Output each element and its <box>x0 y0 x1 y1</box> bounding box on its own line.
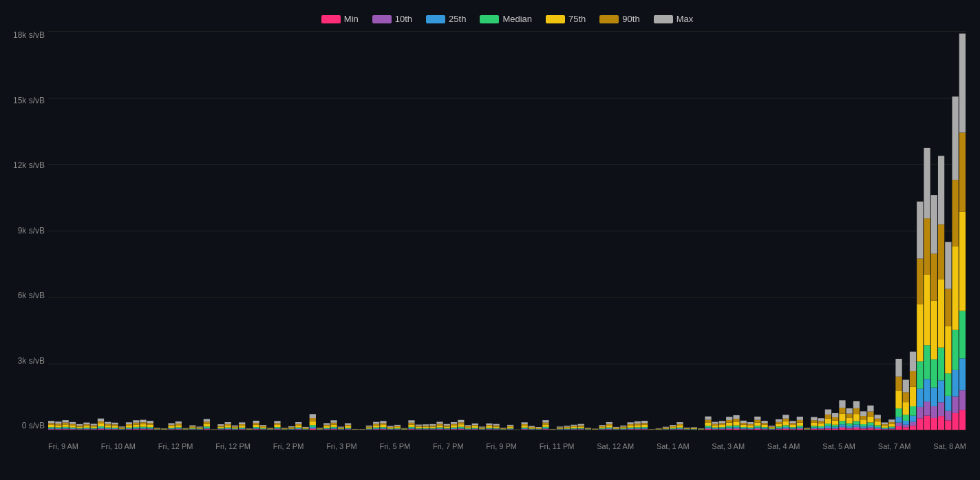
legend-item-25th: 25th <box>426 14 466 24</box>
bar-121-layer-0 <box>903 427 909 430</box>
bar-18-layer-6 <box>175 421 182 424</box>
bar-123-layer-6 <box>917 202 923 259</box>
bar-0-layer-1 <box>48 429 54 430</box>
bar-120-layer-3 <box>895 408 902 417</box>
bar-65-layer-2 <box>507 429 513 430</box>
bar-26-layer-2 <box>232 429 238 430</box>
bar-59-layer-4 <box>465 427 471 428</box>
bar-121-layer-5 <box>903 393 909 403</box>
bar-101-layer-5 <box>761 423 767 425</box>
bar-8-layer-6 <box>105 422 111 424</box>
bar-111-layer-5 <box>832 417 838 421</box>
bar-40-layer-6 <box>330 420 337 422</box>
bar-119-layer-3 <box>888 427 895 428</box>
bar-55-layer-3 <box>436 428 443 428</box>
bar-110-layer-5 <box>825 415 831 419</box>
bar-126-layer-5 <box>938 225 944 280</box>
bar-1-layer-2 <box>55 428 61 429</box>
bar-9-layer-5 <box>111 424 118 426</box>
bar-120-layer-4 <box>895 390 902 408</box>
bar-121-layer-2 <box>903 421 909 425</box>
bar-128-layer-0 <box>952 413 958 430</box>
bar-8-layer-5 <box>105 424 111 426</box>
bar-61-layer-6 <box>479 427 485 428</box>
bar-29-layer-4 <box>253 425 259 427</box>
bar-40-layer-5 <box>330 423 337 425</box>
bar-58-layer-6 <box>458 420 464 423</box>
bar-57-layer-1 <box>451 429 457 430</box>
bar-83-layer-3 <box>635 427 641 428</box>
bar-39-layer-3 <box>323 428 330 428</box>
bar-42-layer-4 <box>345 426 351 428</box>
bar-105-layer-3 <box>789 427 796 428</box>
bar-51-layer-1 <box>408 429 414 430</box>
bar-42-layer-2 <box>345 428 351 429</box>
bar-47-layer-4 <box>380 425 386 427</box>
bar-105-layer-2 <box>789 428 796 429</box>
bar-113-layer-0 <box>846 428 853 430</box>
bar-93-layer-6 <box>705 417 711 420</box>
bar-91-layer-6 <box>691 427 697 428</box>
bar-79-layer-6 <box>606 422 612 424</box>
bar-97-layer-3 <box>733 426 739 428</box>
bar-98-layer-4 <box>741 425 747 427</box>
bar-106-layer-5 <box>797 420 803 423</box>
legend-swatch <box>599 15 619 23</box>
legend-label: Max <box>677 14 694 24</box>
bar-117-layer-3 <box>875 426 881 428</box>
bar-62-layer-2 <box>486 428 492 429</box>
bar-67-layer-0 <box>522 429 528 430</box>
bar-8-layer-4 <box>105 426 111 428</box>
bar-121-layer-4 <box>903 402 909 415</box>
bar-115-layer-5 <box>860 416 866 419</box>
bar-9-layer-4 <box>111 426 118 428</box>
bar-21-layer-4 <box>196 428 202 429</box>
bar-99-layer-1 <box>747 429 754 430</box>
bar-5-layer-5 <box>83 424 89 426</box>
bar-100-layer-2 <box>754 428 760 429</box>
bar-52-layer-6 <box>416 425 422 426</box>
bar-48-layer-4 <box>387 428 394 428</box>
bar-111-layer-1 <box>832 428 838 429</box>
legend: Min10th25thMedian75th90thMax <box>48 14 966 24</box>
y-axis: 18k s/vB15k s/vB12k s/vB9k s/vB6k s/vB3k… <box>7 31 45 430</box>
bar-47-layer-3 <box>380 427 386 428</box>
bar-20-layer-3 <box>189 428 195 429</box>
bar-18-layer-3 <box>175 427 182 428</box>
bar-65-layer-4 <box>507 427 513 428</box>
bar-96-layer-3 <box>726 426 732 427</box>
bar-84-layer-6 <box>641 421 648 423</box>
bar-115-layer-2 <box>860 426 866 428</box>
bar-94-layer-1 <box>712 429 718 430</box>
bar-59-layer-5 <box>465 426 471 427</box>
bar-18-layer-0 <box>175 429 182 430</box>
legend-swatch <box>546 15 565 23</box>
bar-105-layer-6 <box>789 421 796 423</box>
bar-84-layer-4 <box>641 425 648 427</box>
bar-122-layer-0 <box>910 426 916 430</box>
bar-106-layer-4 <box>797 423 803 426</box>
bar-112-layer-1 <box>839 427 845 428</box>
bar-57-layer-4 <box>451 426 457 428</box>
bar-47-layer-5 <box>380 424 386 426</box>
bar-88-layer-6 <box>670 425 676 426</box>
bar-17-layer-2 <box>168 428 174 429</box>
bar-67-layer-2 <box>522 428 528 429</box>
bar-11-layer-1 <box>126 429 132 430</box>
bar-59-layer-3 <box>465 428 471 429</box>
bar-93-layer-1 <box>705 428 711 429</box>
bar-123-layer-2 <box>917 388 923 407</box>
bar-100-layer-1 <box>754 428 760 429</box>
bar-72-layer-6 <box>557 426 563 427</box>
bar-118-layer-2 <box>882 428 888 429</box>
bar-83-layer-5 <box>635 424 641 425</box>
bar-27-layer-1 <box>239 429 245 430</box>
bar-126-layer-6 <box>938 156 944 224</box>
bar-90-layer-4 <box>684 428 690 429</box>
bar-63-layer-2 <box>493 429 499 430</box>
bar-76-layer-4 <box>585 428 591 429</box>
bar-93-layer-4 <box>705 422 711 426</box>
bar-76-layer-5 <box>585 428 591 429</box>
bar-22-layer-4 <box>204 424 210 426</box>
bar-29-layer-5 <box>253 423 259 425</box>
